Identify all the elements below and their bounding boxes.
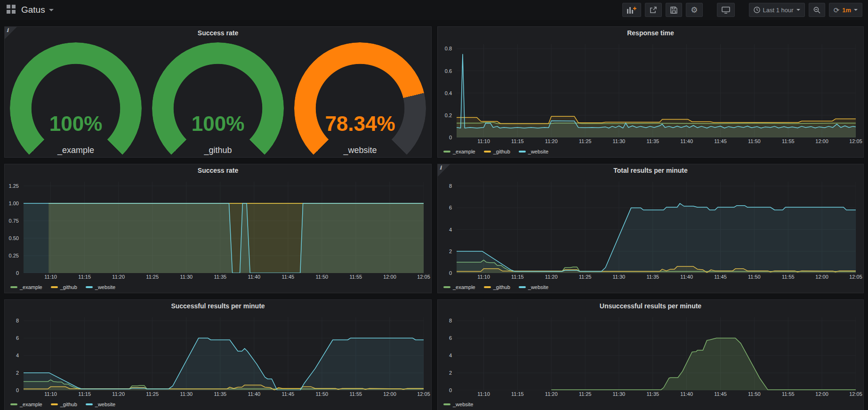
x-tick-label: 11:10	[473, 274, 495, 280]
zoom-out-icon	[813, 7, 820, 14]
panel-title[interactable]: Success rate	[5, 164, 431, 177]
add-panel-button[interactable]	[622, 3, 641, 17]
panel-info-corner[interactable]: i	[438, 164, 450, 177]
x-tick-label: 11:20	[108, 391, 129, 397]
gauge-arc	[294, 42, 426, 158]
refresh-picker[interactable]: ⟳ 1m	[829, 3, 862, 17]
y-tick-label: 0.75	[9, 218, 19, 224]
x-tick-label: 11:10	[40, 391, 62, 397]
panel-successful-results: Successful results per minute 02468 11:1…	[4, 299, 432, 410]
plot-area[interactable]	[24, 317, 424, 390]
gauge-example: 100% _example	[5, 40, 147, 157]
x-tick-label: 12:05	[845, 138, 864, 144]
legend-swatch	[86, 403, 93, 405]
x-tick-label: 11:15	[506, 391, 528, 397]
legend-label: _example	[453, 149, 475, 154]
legend-label: _example	[20, 402, 42, 407]
legend-item[interactable]: _website	[443, 402, 473, 407]
panel-title[interactable]: Successful results per minute	[5, 300, 431, 313]
legend-label: _github	[493, 284, 510, 290]
legend-label: _github	[60, 284, 77, 290]
plot-area[interactable]	[24, 182, 424, 273]
legend-label: _website	[95, 402, 115, 407]
panel-info-corner[interactable]: i	[5, 27, 17, 39]
dashboard-settings-button[interactable]: ⚙	[686, 3, 702, 17]
dashboard-title-dropdown[interactable]: Gatus	[21, 5, 54, 15]
plot-area[interactable]	[457, 44, 856, 137]
y-tick-label: 6	[449, 205, 452, 210]
legend-swatch	[51, 286, 58, 288]
x-tick-label: 11:40	[243, 274, 265, 280]
legend-item[interactable]: _website	[86, 284, 115, 290]
x-tick-label: 11:20	[108, 274, 129, 280]
time-range-picker[interactable]: Last 1 hour	[749, 3, 805, 17]
legend-item[interactable]: _example	[10, 284, 42, 290]
x-tick-label: 11:10	[473, 391, 495, 397]
legend-item[interactable]: _example	[443, 284, 475, 290]
chevron-down-icon	[49, 9, 54, 11]
legend-item[interactable]: _website	[86, 402, 115, 407]
panel-title[interactable]: Unsuccessful results per minute	[438, 300, 863, 313]
x-tick-label: 11:30	[608, 391, 630, 397]
panel-success-rate-timeseries: Success rate 00.250.500.751.001.25 11:10…	[4, 164, 432, 293]
x-tick-label: 11:50	[743, 274, 765, 280]
y-tick-label: 4	[449, 353, 452, 358]
refresh-icon: ⟳	[834, 7, 840, 14]
x-tick-label: 11:10	[40, 274, 62, 280]
y-tick-label: 6	[16, 335, 19, 341]
gauge-label: _example	[5, 145, 147, 155]
x-tick-label: 11:25	[142, 391, 163, 397]
legend-item[interactable]: _website	[519, 149, 548, 154]
legend-item[interactable]: _github	[51, 284, 77, 290]
x-tick-label: 11:10	[473, 138, 495, 144]
y-tick-label: 0.25	[9, 253, 19, 258]
x-tick-label: 11:45	[277, 391, 299, 397]
zoom-out-button[interactable]	[809, 3, 825, 17]
legend-swatch	[484, 286, 491, 288]
y-tick-label: 0	[16, 387, 19, 393]
panel-unsuccessful-results: Unsuccessful results per minute 02468 11…	[437, 299, 864, 410]
x-axis: 11:1011:1511:2011:2511:3011:3511:4011:45…	[457, 274, 856, 281]
gauge-arc	[10, 42, 142, 158]
legend-item[interactable]: _github	[51, 402, 77, 407]
x-tick-label: 12:00	[811, 391, 833, 397]
x-tick-label: 11:40	[676, 274, 698, 280]
x-tick-label: 12:05	[845, 274, 864, 280]
y-tick-label: 8	[16, 318, 19, 323]
legend: _website	[443, 400, 860, 409]
cycle-view-mode-button[interactable]	[717, 3, 735, 17]
x-tick-label: 11:30	[608, 138, 630, 144]
legend-swatch	[86, 286, 93, 288]
panel-title[interactable]: Total results per minute	[438, 164, 863, 177]
x-tick-label: 11:55	[345, 274, 367, 280]
x-tick-label: 11:50	[311, 274, 333, 280]
panel-title[interactable]: Response time	[438, 27, 863, 40]
x-tick-label: 11:35	[642, 138, 664, 144]
refresh-interval-label: 1m	[842, 7, 851, 14]
legend-item[interactable]: _example	[443, 149, 475, 154]
panel-title[interactable]: Success rate	[5, 27, 431, 40]
legend-item[interactable]: _example	[10, 402, 42, 407]
legend-swatch	[443, 403, 450, 405]
x-axis: 11:1011:1511:2011:2511:3011:3511:4011:45…	[24, 274, 424, 281]
x-tick-label: 12:05	[413, 391, 432, 397]
legend-label: _github	[60, 402, 77, 407]
plot-area[interactable]	[457, 182, 856, 273]
legend-item[interactable]: _website	[519, 284, 548, 290]
legend-item[interactable]: _github	[484, 149, 510, 154]
plot-area[interactable]	[457, 317, 856, 390]
legend-item[interactable]: _github	[484, 284, 510, 290]
x-tick-label: 11:20	[540, 274, 562, 280]
y-axis: 02468	[438, 182, 455, 273]
y-tick-label: 4	[16, 353, 19, 358]
gauge-value: 100%	[10, 112, 142, 136]
y-tick-label: 0	[449, 135, 452, 140]
x-tick-label: 11:55	[345, 391, 367, 397]
x-tick-label: 11:55	[777, 391, 799, 397]
legend-label: _website	[528, 149, 548, 154]
save-dashboard-button[interactable]	[666, 3, 682, 17]
clock-icon	[754, 7, 760, 13]
share-dashboard-button[interactable]	[645, 3, 662, 17]
dashboards-grid-icon[interactable]	[7, 5, 16, 16]
legend-label: _example	[453, 284, 475, 290]
